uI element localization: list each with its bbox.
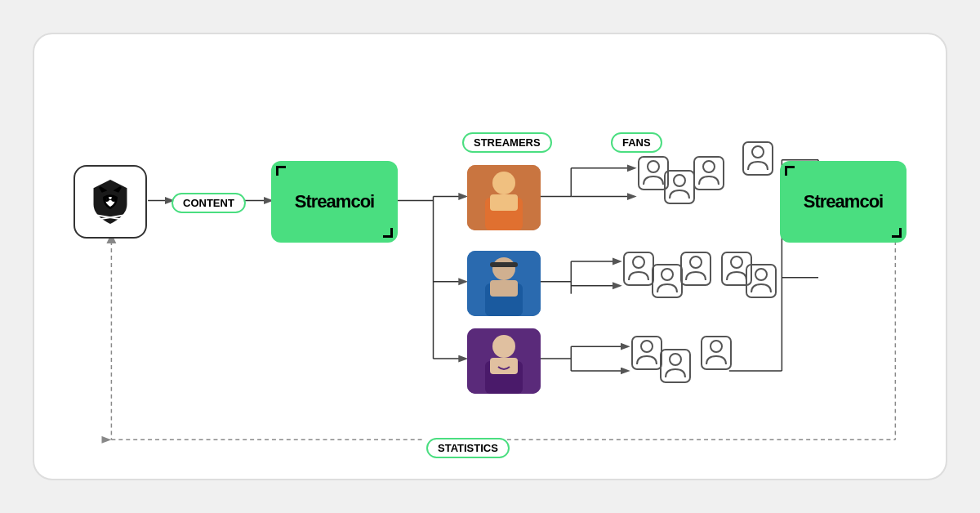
streamers-badge: STREAMERS xyxy=(462,132,552,153)
svg-rect-42 xyxy=(490,280,518,297)
svg-point-53 xyxy=(674,175,685,186)
streamer-photo-1 xyxy=(467,165,541,230)
svg-point-36 xyxy=(492,172,515,194)
fans-badge: FANS xyxy=(611,132,662,153)
streamcoi-right-box: Streamcoi xyxy=(780,161,906,243)
fan-group1-person3 xyxy=(693,155,725,191)
svg-point-32 xyxy=(113,198,116,201)
svg-point-59 xyxy=(662,269,673,280)
corner-tl-decoration-right xyxy=(785,166,795,176)
svg-point-40 xyxy=(492,257,515,280)
corner-tl-decoration xyxy=(276,166,286,176)
svg-point-55 xyxy=(703,161,715,172)
svg-point-67 xyxy=(641,341,653,352)
content-badge: CONTENT xyxy=(172,193,246,213)
svg-point-57 xyxy=(633,256,644,268)
g2-logo-box xyxy=(74,165,147,239)
fan-group1-person2 xyxy=(663,169,696,205)
fan-group2-person3 xyxy=(679,251,712,287)
streamer-photo-2 xyxy=(467,251,541,316)
fan-group3-person2 xyxy=(659,348,692,384)
fan-top-icon xyxy=(742,141,774,176)
diagram: CONTENT Streamcoi STREAMERS FANS xyxy=(34,34,946,479)
fan-group2-person2 xyxy=(651,263,684,299)
statistics-badge: STATISTICS xyxy=(426,438,510,458)
svg-rect-43 xyxy=(490,262,518,267)
fan-group3-person3 xyxy=(700,335,733,371)
streamcoi-right-label: Streamcoi xyxy=(804,191,883,212)
svg-point-69 xyxy=(670,354,681,365)
corner-br-decoration-right xyxy=(892,228,902,238)
corner-br-decoration xyxy=(383,228,393,238)
fan-group3-person1 xyxy=(630,335,663,371)
svg-point-65 xyxy=(755,269,767,280)
fan-group2-person5 xyxy=(745,263,777,299)
svg-point-51 xyxy=(648,161,659,172)
streamcoi-left-label: Streamcoi xyxy=(295,191,374,212)
svg-point-31 xyxy=(105,198,109,201)
svg-point-49 xyxy=(752,146,764,158)
svg-rect-47 xyxy=(490,358,518,374)
svg-point-71 xyxy=(710,341,722,352)
svg-point-45 xyxy=(492,335,515,358)
streamcoi-left-box: Streamcoi xyxy=(271,161,398,243)
g2-logo-icon xyxy=(84,176,136,228)
main-card: CONTENT Streamcoi STREAMERS FANS xyxy=(33,33,947,480)
svg-point-61 xyxy=(690,256,702,268)
fan-group2-person1 xyxy=(622,251,655,287)
streamer-photo-3 xyxy=(467,328,541,394)
svg-point-63 xyxy=(731,256,742,268)
svg-rect-38 xyxy=(490,194,518,211)
